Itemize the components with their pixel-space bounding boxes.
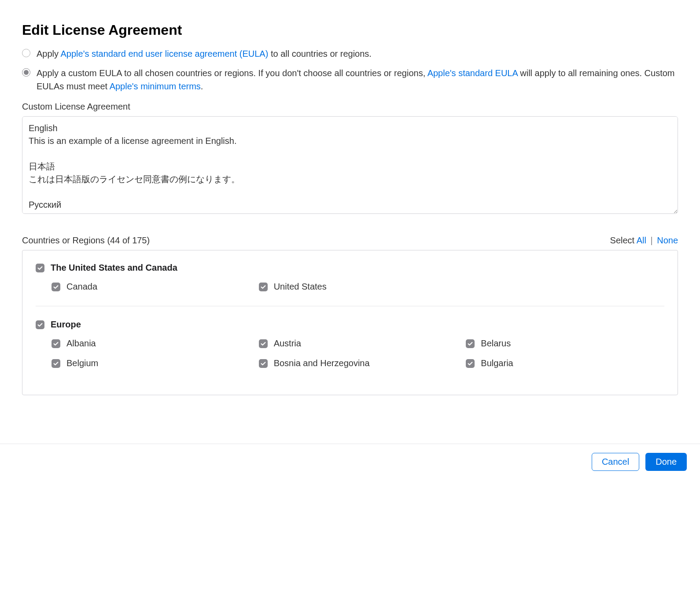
radio-custom-eula[interactable] — [22, 68, 30, 77]
group-checkbox[interactable] — [36, 264, 44, 272]
radio-standard-suffix: to all countries or regions. — [268, 49, 372, 59]
country-item: Bosnia and Herzegovina — [259, 358, 457, 368]
country-group-header: The United States and Canada — [36, 263, 664, 273]
page-title: Edit License Agreement — [22, 22, 678, 38]
country-checkbox[interactable] — [52, 339, 60, 348]
radio-standard-label: Apply Apple's standard end user license … — [37, 47, 372, 60]
group-checkbox[interactable] — [36, 320, 44, 329]
standard-eula-link[interactable]: Apple's standard end user license agreem… — [60, 49, 268, 59]
country-checkbox[interactable] — [259, 283, 268, 291]
country-label: Belarus — [481, 338, 511, 349]
custom-license-label: Custom License Agreement — [22, 102, 678, 112]
country-label: United States — [274, 282, 327, 292]
eula-type-radio-group: Apply Apple's standard end user license … — [22, 47, 678, 93]
country-checkbox[interactable] — [52, 359, 60, 368]
country-label: Canada — [66, 282, 97, 292]
country-checkbox[interactable] — [259, 339, 268, 348]
country-label: Bosnia and Herzegovina — [274, 358, 370, 368]
select-all-link[interactable]: All — [637, 235, 646, 245]
country-checkbox[interactable] — [466, 359, 475, 368]
country-item: United States — [259, 282, 457, 292]
country-item: Albania — [52, 338, 250, 349]
select-controls: Select All | None — [610, 235, 678, 246]
radio-standard-eula[interactable] — [22, 49, 30, 57]
countries-list-box: The United States and CanadaCanadaUnited… — [22, 250, 678, 395]
footer-bar: Cancel Done — [0, 444, 700, 484]
country-item: Bulgaria — [466, 358, 664, 368]
group-label: The United States and Canada — [51, 263, 177, 273]
custom-license-textarea[interactable] — [22, 116, 678, 214]
country-checkbox[interactable] — [259, 359, 268, 368]
country-items-grid: AlbaniaAustriaBelarusBelgiumBosnia and H… — [52, 338, 664, 368]
countries-header-label: Countries or Regions (44 of 175) — [22, 235, 150, 246]
country-label: Albania — [66, 338, 96, 349]
cancel-button[interactable]: Cancel — [592, 453, 639, 471]
radio-custom-text3: . — [201, 81, 203, 91]
radio-custom-label: Apply a custom EULA to all chosen countr… — [37, 66, 678, 93]
country-item: Canada — [52, 282, 250, 292]
country-items-grid: CanadaUnited States — [52, 282, 664, 292]
standard-eula-link-2[interactable]: Apple's standard EULA — [427, 68, 518, 78]
done-button[interactable]: Done — [645, 453, 687, 471]
group-divider — [36, 306, 664, 306]
country-item: Belgium — [52, 358, 250, 368]
country-group-header: Europe — [36, 320, 664, 330]
select-none-link[interactable]: None — [657, 235, 678, 245]
minimum-terms-link[interactable]: Apple's minimum terms — [110, 81, 201, 91]
country-label: Belgium — [66, 358, 98, 368]
country-label: Bulgaria — [481, 358, 513, 368]
country-checkbox[interactable] — [466, 339, 475, 348]
country-item: Austria — [259, 338, 457, 349]
radio-standard-prefix: Apply — [37, 49, 60, 59]
select-separator: | — [650, 235, 652, 245]
country-checkbox[interactable] — [52, 283, 60, 291]
radio-custom-text1: Apply a custom EULA to all chosen countr… — [37, 68, 427, 78]
country-label: Austria — [274, 338, 301, 349]
select-label: Select — [610, 235, 635, 245]
country-item: Belarus — [466, 338, 664, 349]
group-label: Europe — [51, 320, 81, 330]
